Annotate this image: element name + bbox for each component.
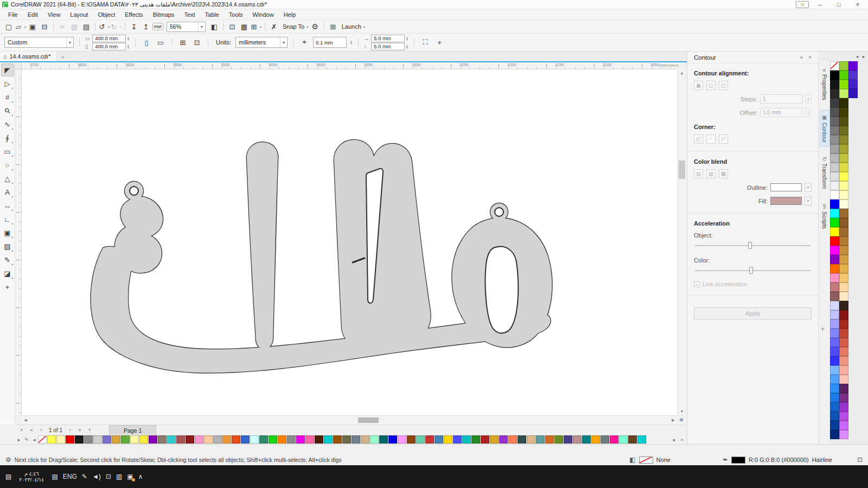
interactive-fill-tool[interactable]: ◪: [1, 267, 14, 280]
color-swatch[interactable]: [839, 356, 848, 365]
add-page-button-right[interactable]: +: [85, 426, 94, 434]
show-rulers-icon[interactable]: ⊡: [227, 21, 238, 32]
color-swatch[interactable]: [848, 80, 858, 89]
text-tool[interactable]: A: [1, 185, 14, 198]
snap-to-label[interactable]: Snap To: [283, 23, 304, 30]
color-swatch[interactable]: [839, 236, 848, 246]
color-swatch[interactable]: [305, 435, 314, 444]
new-document-icon[interactable]: ▢: [3, 21, 14, 32]
miter-corner-icon[interactable]: ◰: [694, 134, 703, 144]
color-swatch[interactable]: [287, 435, 296, 444]
color-swatch[interactable]: [213, 435, 222, 444]
undo-icon[interactable]: ↺: [99, 21, 110, 32]
color-swatch[interactable]: [499, 435, 508, 444]
color-acceleration-slider[interactable]: [694, 267, 812, 274]
color-swatch[interactable]: [839, 365, 848, 375]
color-swatch[interactable]: [839, 329, 848, 338]
color-swatch[interactable]: [830, 236, 839, 246]
color-swatch[interactable]: [84, 435, 93, 444]
color-swatch[interactable]: [830, 329, 839, 338]
duplicate-y-field[interactable]: 5.0 mm: [371, 43, 405, 50]
color-swatch[interactable]: [259, 435, 268, 444]
color-swatch[interactable]: [564, 435, 572, 444]
menu-item[interactable]: Tools: [224, 10, 248, 19]
color-swatch[interactable]: [839, 181, 848, 190]
pick-tool[interactable]: ◤: [1, 63, 14, 76]
color-swatch[interactable]: [462, 435, 471, 444]
counterclockwise-blend-icon[interactable]: ▩: [719, 169, 728, 178]
color-swatch[interactable]: [56, 435, 65, 444]
color-swatch[interactable]: [361, 435, 369, 444]
color-swatch[interactable]: [830, 190, 839, 200]
options-gear-icon[interactable]: ⚙: [311, 22, 318, 31]
restore-button[interactable]: □: [831, 1, 847, 8]
artistic-media-tool[interactable]: ∮: [1, 131, 14, 144]
link-acceleration-checkbox[interactable]: ✓: [694, 281, 700, 287]
color-swatch[interactable]: [839, 144, 848, 153]
docker-close-icon[interactable]: ×: [808, 54, 812, 60]
last-page-button[interactable]: »: [75, 426, 84, 434]
menu-item[interactable]: Text: [179, 10, 200, 19]
color-swatch[interactable]: [573, 435, 582, 444]
color-swatch[interactable]: [388, 435, 397, 444]
color-swatch[interactable]: [830, 80, 839, 89]
color-swatch[interactable]: [839, 190, 848, 200]
color-swatch[interactable]: [830, 61, 839, 70]
vertical-scrollbar[interactable]: ▲ ▼: [677, 69, 686, 415]
color-swatch[interactable]: [830, 135, 839, 144]
color-swatch[interactable]: [830, 412, 839, 421]
color-swatch[interactable]: [416, 435, 425, 444]
color-swatch[interactable]: [471, 435, 480, 444]
dimension-tool[interactable]: ↔: [1, 199, 14, 212]
color-swatch[interactable]: [167, 435, 176, 444]
color-swatch[interactable]: [333, 435, 342, 444]
docker-tab-properties[interactable]: ≡ Properties: [820, 65, 829, 105]
color-swatch[interactable]: [591, 435, 600, 444]
color-swatch[interactable]: [830, 356, 839, 365]
color-swatch[interactable]: [839, 412, 848, 421]
color-swatch[interactable]: [130, 435, 139, 444]
color-swatch[interactable]: [839, 117, 848, 126]
color-swatch[interactable]: [250, 435, 259, 444]
color-swatch[interactable]: [839, 430, 848, 439]
color-swatch[interactable]: [536, 435, 545, 444]
color-swatch[interactable]: [830, 218, 839, 227]
rpalette-scroll-up-icon[interactable]: ◂: [856, 54, 858, 59]
color-swatch[interactable]: [839, 107, 848, 117]
menu-item[interactable]: Bitmaps: [148, 10, 180, 19]
show-grid-icon[interactable]: ▦: [239, 21, 250, 32]
add-docker-button[interactable]: +: [821, 325, 825, 333]
color-swatch[interactable]: [848, 70, 858, 80]
palette-scroll-left-icon[interactable]: ◂: [30, 437, 38, 442]
color-swatch[interactable]: [619, 435, 628, 444]
widgets-icon[interactable]: ▤: [52, 473, 58, 480]
color-swatch[interactable]: [830, 338, 839, 347]
color-swatch[interactable]: [839, 301, 848, 310]
color-swatch[interactable]: [453, 435, 462, 444]
add-page-button[interactable]: +: [17, 426, 26, 434]
color-swatch[interactable]: [839, 70, 848, 80]
nudge-field[interactable]: 0.1 mm: [313, 37, 347, 48]
color-swatch[interactable]: [848, 61, 858, 70]
horizontal-ruler[interactable]: 3700365036003550350034503400335033003250…: [22, 62, 677, 69]
close-button[interactable]: ×: [850, 1, 866, 8]
color-swatch[interactable]: [830, 153, 839, 163]
menu-item[interactable]: Object: [93, 10, 120, 19]
pen-input-icon[interactable]: ✎: [82, 473, 87, 480]
color-swatch[interactable]: [527, 435, 535, 444]
color-swatch[interactable]: [232, 435, 240, 444]
docker-collapse-icon[interactable]: »: [800, 54, 803, 60]
color-swatch[interactable]: [839, 310, 848, 319]
color-swatch[interactable]: [66, 435, 74, 444]
scroll-left-icon[interactable]: ◀: [22, 416, 29, 425]
color-swatch[interactable]: [839, 218, 848, 227]
color-swatch[interactable]: [370, 435, 379, 444]
color-swatch[interactable]: [839, 80, 848, 89]
docker-tab-transform[interactable]: ↻ Transform: [820, 152, 829, 194]
color-swatch[interactable]: [839, 375, 848, 384]
portrait-button[interactable]: ▯: [141, 37, 152, 48]
offset-field[interactable]: 1.0 mm: [760, 108, 802, 117]
color-swatch[interactable]: [830, 365, 839, 375]
color-swatch[interactable]: [830, 209, 839, 218]
color-swatch[interactable]: [830, 301, 839, 310]
